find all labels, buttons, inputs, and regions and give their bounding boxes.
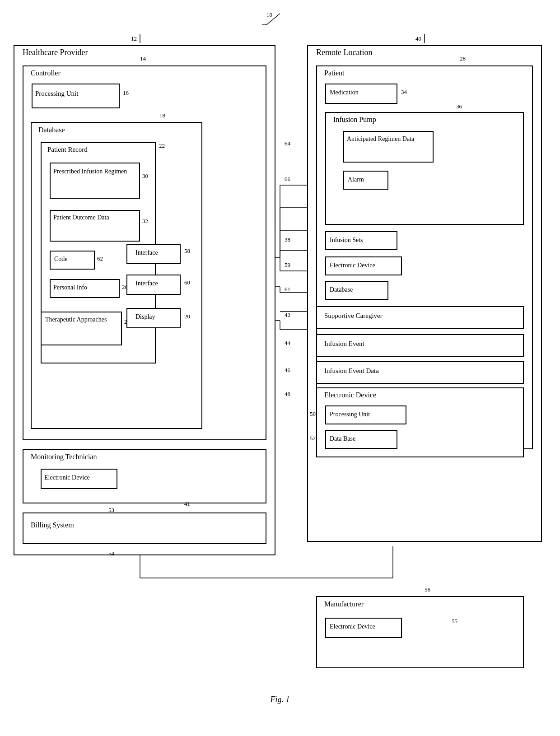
controller-label: Controller — [31, 69, 61, 78]
processing-unit-label: Processing Unit — [35, 89, 78, 98]
ref-32: 32 — [142, 218, 148, 225]
patient-label: Patient — [324, 69, 344, 78]
healthcare-provider-label: Healthcare Provider — [23, 47, 88, 58]
ref-62: 62 — [97, 255, 103, 262]
ref-38: 38 — [285, 236, 290, 243]
interface2-label: Interface — [135, 279, 158, 288]
ref-54: 54 — [108, 550, 114, 557]
infusion-event-label: Infusion Event — [324, 340, 364, 349]
display-label: Display — [135, 313, 155, 321]
ref-58: 58 — [184, 247, 190, 255]
monitoring-technician-label: Monitoring Technician — [31, 452, 97, 462]
database1-label: Database — [330, 286, 353, 294]
ref-55: 55 — [452, 618, 457, 625]
ref-16: 16 — [123, 89, 129, 97]
patient-record-label: Patient Record — [47, 145, 88, 154]
ref-42: 42 — [285, 312, 290, 319]
ref-64: 64 — [285, 140, 290, 147]
ref-22: 22 — [159, 142, 165, 149]
anticipated-regimen-label: Anticipated Regimen Data — [347, 135, 414, 144]
billing-system-label: Billing System — [31, 521, 74, 530]
ref-18: 18 — [159, 112, 165, 119]
medication-label: Medication — [330, 89, 359, 97]
patient-outcome-label: Patient Outcome Data — [53, 213, 109, 222]
code-label: Code — [54, 255, 68, 263]
personal-info-label: Personal Info — [53, 284, 87, 292]
ref-59: 59 — [285, 261, 290, 269]
ref-61: 61 — [285, 286, 290, 293]
processing-unit2-label: Processing Unit — [330, 410, 370, 419]
infusion-sets-label: Infusion Sets — [330, 236, 363, 244]
electronic-device-mt-label: Electronic Device — [44, 474, 90, 482]
ref-50: 50 — [310, 410, 316, 418]
alarm-label: Alarm — [348, 176, 364, 184]
prescribed-infusion-label: Prescribed Infusion Regimen — [53, 167, 127, 176]
ref-56: 56 — [425, 586, 430, 593]
ref-48: 48 — [285, 391, 290, 398]
ref-46: 46 — [285, 367, 290, 374]
ref-10: 10 — [266, 11, 272, 19]
ref-44: 44 — [285, 340, 290, 347]
interface1-label: Interface — [135, 249, 158, 257]
ref-20: 20 — [184, 313, 190, 320]
manufacturer-label: Manufacturer — [324, 600, 364, 609]
ref-60: 60 — [184, 279, 190, 286]
ref-41: 41 — [184, 500, 190, 508]
ref-66: 66 — [285, 176, 290, 183]
infusion-pump-label: Infusion Pump — [333, 115, 376, 125]
ref-12: 12 — [131, 35, 137, 42]
infusion-event-data-label: Infusion Event Data — [324, 367, 379, 376]
fig-caption: Fig. 1 — [0, 695, 560, 704]
data-base2-label: Data Base — [330, 435, 355, 443]
ref-40: 40 — [415, 35, 421, 42]
database-label: Database — [38, 126, 65, 135]
ref-30: 30 — [142, 172, 148, 180]
infusion-pump-box — [325, 112, 524, 225]
therapeutic-approaches-label: Therapeutic Approaches — [45, 315, 107, 324]
electronic-device1-label: Electronic Device — [330, 261, 375, 270]
ref-28: 28 — [460, 55, 466, 62]
supportive-caregiver-label: Supportive Caregiver — [324, 312, 383, 321]
electronic-device3-label: Electronic Device — [330, 623, 375, 631]
remote-location-label: Remote Location — [316, 47, 372, 58]
ref-34: 34 — [401, 89, 407, 96]
ref-52: 52 — [310, 435, 316, 442]
electronic-device2-label: Electronic Device — [324, 391, 376, 400]
ref-14: 14 — [140, 55, 146, 62]
ref-36: 36 — [456, 103, 462, 110]
diagram: 10 Healthcare Provider 12 Controller 14 … — [0, 0, 560, 713]
